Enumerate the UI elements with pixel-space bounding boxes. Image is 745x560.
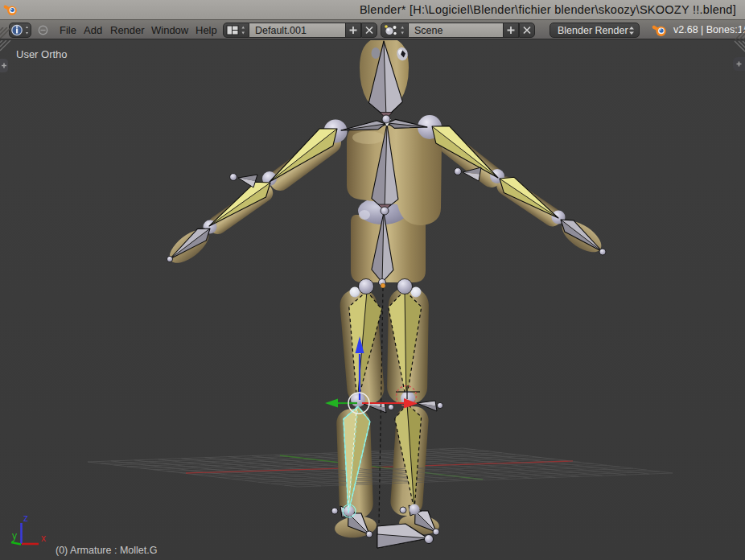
svg-text:x: x [41,533,46,544]
svg-text:z: z [23,513,28,524]
svg-text:y: y [12,530,17,541]
